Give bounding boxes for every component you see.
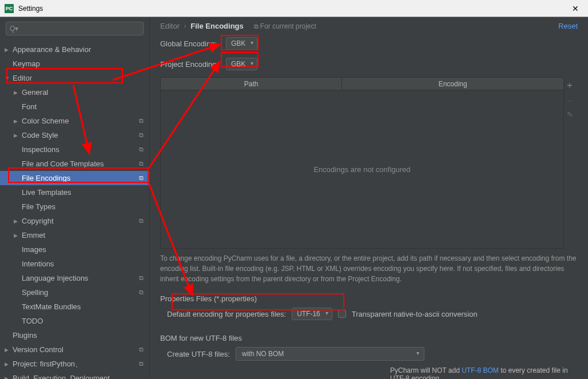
sidebar-item-file-encodings[interactable]: File Encodings⧉ (0, 171, 149, 185)
sidebar-item-emmet[interactable]: ▶Emmet (0, 228, 149, 242)
sidebar-item-color-scheme[interactable]: ▶Color Scheme⧉ (0, 114, 149, 128)
sidebar-item-project-firstpython-[interactable]: ▶Project: firstPython、⧉ (0, 357, 149, 371)
sidebar-item-version-control[interactable]: ▶Version Control⧉ (0, 342, 149, 357)
sidebar-item-inspections[interactable]: Inspections⧉ (0, 142, 149, 157)
sidebar: Q▾ ▶Appearance & BehaviorKeymap▼Editor▶G… (0, 17, 150, 379)
sidebar-item-label: File Encodings (22, 174, 70, 182)
properties-section-title: Properties Files (*.properties) (150, 289, 588, 305)
sidebar-item-code-style[interactable]: ▶Code Style⧉ (0, 128, 149, 142)
project-scope-icon: ⧉ (139, 274, 144, 282)
sidebar-item-label: General (22, 88, 48, 97)
create-utf8-dropdown[interactable]: with NO BOM (236, 347, 424, 361)
project-scope-icon: ⧉ (139, 160, 144, 167)
breadcrumb-current: File Encodings (190, 22, 243, 30)
global-encoding-dropdown[interactable]: GBK (226, 37, 257, 50)
sidebar-item-label: Inspections (22, 145, 59, 154)
project-scope-icon: ⧉ (139, 146, 144, 153)
sidebar-item-label: Keymap (13, 59, 40, 68)
table-empty-text: Encodings are not configured (161, 90, 563, 248)
default-prop-encoding-dropdown[interactable]: UTF-16 (292, 308, 332, 320)
sidebar-item-label: Color Scheme (22, 117, 69, 125)
global-encoding-label: Global Encoding: (160, 39, 226, 48)
project-scope-label: For current project (254, 22, 316, 30)
sidebar-item-label: Emmet (22, 231, 45, 240)
col-path[interactable]: Path (161, 78, 342, 90)
bom-note: PyCharm will NOT add UTF-8 BOM to every … (150, 363, 588, 379)
sidebar-item-file-and-code-templates[interactable]: File and Code Templates⧉ (0, 157, 149, 171)
project-encoding-label: Project Encoding: (160, 60, 226, 69)
sidebar-item-font[interactable]: Font (0, 99, 149, 114)
project-scope-icon: ⧉ (139, 346, 144, 353)
expand-arrow-icon: ▶ (14, 233, 18, 238)
bom-section-title: BOM for new UTF-8 files (150, 328, 588, 345)
create-utf8-label: Create UTF-8 files: (167, 350, 230, 358)
expand-arrow-icon: ▶ (14, 90, 18, 95)
sidebar-item-label: Copyright (22, 217, 54, 225)
project-scope-icon: ⧉ (139, 217, 144, 225)
sidebar-item-label: Build, Execution, Deployment (13, 374, 110, 379)
sidebar-item-label: File and Code Templates (22, 159, 104, 168)
expand-arrow-icon: ▶ (14, 133, 18, 138)
expand-arrow-icon: ▶ (14, 118, 18, 124)
project-scope-icon: ⧉ (139, 360, 144, 368)
sidebar-item-editor[interactable]: ▼Editor (0, 71, 149, 85)
breadcrumb: Editor › File Encodings (160, 22, 244, 30)
sidebar-item-label: TODO (22, 317, 43, 325)
app-icon: PC (5, 4, 14, 13)
default-prop-encoding-label: Default encoding for properties files: (167, 310, 286, 318)
sidebar-item-label: Plugins (13, 331, 37, 340)
sidebar-item-copyright[interactable]: ▶Copyright⧉ (0, 214, 149, 228)
remove-button[interactable]: － (565, 95, 574, 107)
reset-link[interactable]: Reset (558, 22, 578, 30)
expand-arrow-icon: ▶ (5, 47, 9, 53)
sidebar-item-live-templates[interactable]: Live Templates (0, 185, 149, 200)
encodings-table: Path Encoding Encodings are not configur… (160, 77, 564, 249)
sidebar-item-keymap[interactable]: Keymap (0, 57, 149, 71)
transparent-checkbox[interactable] (338, 310, 346, 318)
sidebar-item-textmate-bundles[interactable]: TextMate Bundles (0, 300, 149, 314)
expand-arrow-icon: ▶ (5, 361, 9, 367)
titlebar: PC Settings ✕ (0, 0, 588, 17)
utf8-bom-link[interactable]: UTF-8 BOM (462, 366, 499, 374)
sidebar-item-appearance-behavior[interactable]: ▶Appearance & Behavior (0, 42, 149, 57)
sidebar-item-file-types[interactable]: File Types (0, 200, 149, 214)
project-scope-icon: ⧉ (139, 289, 144, 296)
content-panel: Editor › File Encodings For current proj… (150, 17, 588, 379)
col-encoding[interactable]: Encoding (342, 78, 563, 90)
transparent-label: Transparent native-to-ascii conversion (352, 310, 478, 318)
sidebar-item-build-execution-deployment[interactable]: ▶Build, Execution, Deployment (0, 371, 149, 379)
sidebar-item-label: Live Templates (22, 188, 71, 197)
sidebar-item-label: Spelling (22, 288, 48, 297)
project-scope-icon: ⧉ (139, 174, 144, 182)
search-icon: Q▾ (10, 25, 18, 33)
window-title: Settings (18, 5, 567, 13)
sidebar-item-label: Images (22, 245, 46, 254)
sidebar-item-label: File Types (22, 202, 55, 211)
sidebar-item-label: Editor (13, 74, 32, 82)
sidebar-item-language-injections[interactable]: Language Injections⧉ (0, 271, 149, 285)
expand-arrow-icon: ▶ (5, 376, 9, 380)
project-scope-icon: ⧉ (139, 131, 144, 139)
sidebar-item-plugins[interactable]: Plugins (0, 328, 149, 342)
expand-arrow-icon: ▶ (5, 347, 9, 353)
project-encoding-dropdown[interactable]: GBK (226, 58, 257, 70)
sidebar-item-label: Project: firstPython、 (13, 359, 82, 369)
add-button[interactable]: ＋ (565, 79, 574, 91)
sidebar-item-general[interactable]: ▶General (0, 85, 149, 99)
help-text: To change encoding PyCharm uses for a fi… (150, 249, 588, 289)
search-input[interactable]: Q▾ (6, 22, 144, 35)
edit-button[interactable]: ✎ (567, 110, 573, 119)
sidebar-item-spelling[interactable]: Spelling⧉ (0, 285, 149, 300)
sidebar-item-label: Font (22, 102, 37, 111)
close-button[interactable]: ✕ (567, 4, 583, 13)
expand-arrow-icon: ▶ (14, 218, 18, 224)
breadcrumb-root: Editor (160, 22, 180, 30)
sidebar-item-todo[interactable]: TODO (0, 314, 149, 328)
settings-tree: ▶Appearance & BehaviorKeymap▼Editor▶Gene… (0, 40, 149, 379)
sidebar-item-label: Code Style (22, 131, 58, 139)
sidebar-item-label: Intentions (22, 260, 54, 268)
sidebar-item-images[interactable]: Images (0, 242, 149, 257)
sidebar-item-intentions[interactable]: Intentions (0, 257, 149, 271)
content-header: Editor › File Encodings For current proj… (150, 17, 588, 30)
sidebar-item-label: Version Control (13, 345, 63, 354)
